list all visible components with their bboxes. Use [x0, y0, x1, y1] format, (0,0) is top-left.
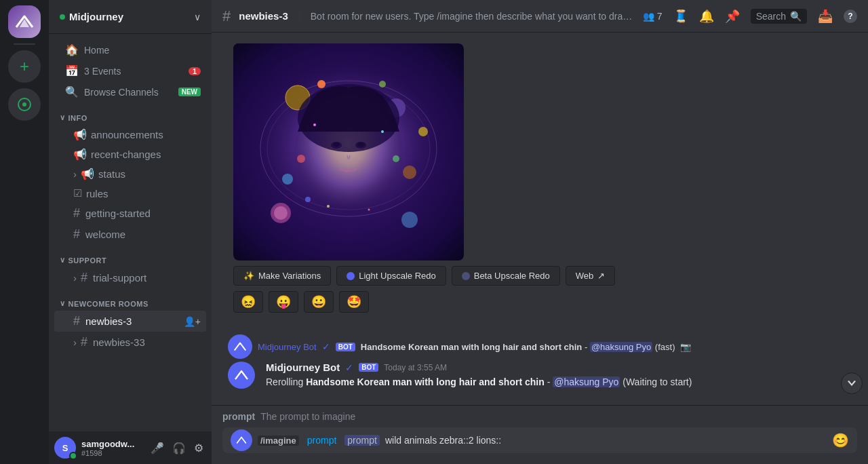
channel-topic: Bot room for new users. Type /imagine th… [311, 11, 635, 22]
channel-header: # newbies-3 Bot room for new users. Type… [212, 0, 868, 33]
ref-verified-icon: ✓ [322, 341, 330, 352]
make-variations-label: Make Variations [258, 271, 321, 281]
make-variations-button[interactable]: ✨ Make Variations [233, 266, 331, 286]
reaction-tongue[interactable]: 😛 [269, 291, 298, 313]
channel-announcements[interactable]: 📢 announcements [54, 125, 206, 144]
add-server-button[interactable]: + [8, 50, 41, 83]
emoji-button[interactable]: 😊 [829, 429, 852, 451]
home-label: Home [84, 45, 109, 56]
sidebar-item-browse[interactable]: 🔍 Browse Channels NEW [54, 81, 206, 102]
server-dropdown-icon: ∨ [194, 12, 201, 22]
command-label: prompt [307, 435, 337, 446]
prompt-bar-label: prompt [222, 411, 255, 422]
online-indicator [60, 14, 65, 20]
channel-header-hash-icon: # [222, 7, 231, 25]
svg-point-23 [313, 123, 316, 126]
sidebar-item-events[interactable]: 📅 3 Events 1 [54, 60, 206, 81]
pin-icon[interactable]: 📌 [725, 9, 740, 24]
thread-icon[interactable]: 🧵 [673, 9, 688, 24]
make-variations-icon: ✨ [243, 271, 254, 281]
main-content: # newbies-3 Bot room for new users. Type… [212, 0, 868, 464]
spacer [222, 400, 857, 405]
reaction-sad[interactable]: 😖 [233, 291, 263, 313]
help-icon[interactable]: ? [844, 9, 857, 23]
message-main-header: Midjourney Bot ✓ BOT Today at 3:55 AM [266, 362, 857, 373]
rules-icon: ☑ [73, 187, 82, 199]
inbox-icon[interactable]: 📥 [818, 9, 833, 24]
deafen-button[interactable]: 🎧 [170, 439, 189, 457]
notification-icon[interactable]: 🔔 [699, 9, 714, 24]
message-image-container [233, 43, 477, 260]
svg-point-11 [317, 80, 326, 88]
chat-input-field[interactable] [385, 427, 824, 453]
input-bot-avatar [231, 429, 252, 451]
reaction-star-eyes[interactable]: 🤩 [339, 291, 369, 313]
light-upscale-icon [347, 272, 355, 280]
message-group-main: Midjourney Bot ✓ BOT Today at 3:55 AM Re… [228, 362, 857, 389]
category-chevron-newcomer: ∨ [60, 299, 66, 308]
channel-welcome[interactable]: # welcome [54, 224, 206, 245]
status-expand-icon: › [73, 168, 77, 180]
messages-area: ✨ Make Variations Light Upscale Redo Bet… [212, 33, 868, 405]
svg-point-15 [274, 206, 288, 220]
events-icon: 📅 [65, 64, 79, 77]
message-group-1: ✨ Make Variations Light Upscale Redo Bet… [228, 43, 857, 318]
expand-icon-n33: › [73, 336, 77, 348]
svg-point-12 [379, 81, 386, 88]
server-divider [14, 43, 35, 45]
home-icon: 🏠 [65, 43, 79, 56]
channel-getting-started[interactable]: # getting-started [54, 203, 206, 224]
channel-recent-changes-label: recent-changes [91, 149, 161, 160]
category-support[interactable]: ∨ SUPPORT [49, 245, 212, 267]
user-area: S samgoodw... #1598 🎤 🎧 ⚙ [49, 431, 212, 464]
channel-recent-changes[interactable]: 📢 recent-changes [54, 144, 206, 164]
search-box[interactable]: Search 🔍 [751, 9, 807, 24]
category-chevron-support: ∨ [60, 256, 66, 265]
reroll-status: (Waiting to start) [623, 376, 692, 387]
category-info[interactable]: ∨ INFO [49, 102, 212, 125]
channel-welcome-label: welcome [85, 229, 125, 240]
channel-header-name: newbies-3 [239, 10, 288, 22]
svg-point-25 [327, 205, 330, 208]
announce-icon: 📢 [73, 128, 87, 141]
channel-rules[interactable]: ☑ rules [54, 184, 206, 203]
mute-button[interactable]: 🎤 [148, 439, 167, 457]
search-icon: 🔍 [790, 11, 802, 22]
beta-upscale-label: Beta Upscale Redo [474, 271, 550, 281]
browse-label: Browse Channels [84, 87, 159, 98]
server-icon-midjourney[interactable] [8, 5, 41, 38]
hash-icon-n33: # [81, 335, 87, 349]
server-header[interactable]: Midjourney ∨ [49, 0, 212, 34]
expand-icon-ts: › [73, 272, 77, 284]
add-member-icon[interactable]: 👤+ [184, 316, 201, 327]
beta-upscale-redo-button[interactable]: Beta Upscale Redo [452, 266, 560, 286]
channel-trial-support[interactable]: › # trial-support [54, 267, 206, 288]
svg-point-29 [305, 197, 311, 202]
search-placeholder: Search [756, 11, 786, 22]
reroll-dash: - [547, 376, 553, 387]
user-name: samgoodw... [81, 439, 142, 449]
svg-point-27 [297, 155, 305, 163]
discover-servers-button[interactable] [8, 88, 41, 121]
channel-status[interactable]: › 📢 status [54, 164, 206, 184]
light-upscale-redo-button[interactable]: Light Upscale Redo [336, 266, 446, 286]
ref-message-text: Handsome Korean man with long hair and s… [361, 342, 675, 352]
message-time-main: Today at 3:55 AM [384, 363, 447, 372]
channel-newbies-33-label: newbies-33 [93, 336, 145, 348]
category-newcomer[interactable]: ∨ NEWCOMER ROOMS [49, 288, 212, 311]
member-count: 👥 7 [643, 11, 663, 22]
channel-newbies-3[interactable]: # newbies-3 👤+ [54, 311, 206, 332]
user-tag: #1598 [81, 449, 142, 457]
reaction-grin[interactable]: 😀 [304, 291, 334, 313]
ref-bot-badge: BOT [336, 343, 355, 351]
channel-newbies-33[interactable]: › # newbies-33 [54, 332, 206, 353]
reactions-row: 😖 😛 😀 🤩 [233, 291, 857, 313]
scroll-bottom-button[interactable] [841, 372, 863, 394]
chat-input-area: /imagine prompt prompt 😊 [212, 427, 868, 464]
message-author-main[interactable]: Midjourney Bot [266, 362, 340, 373]
reroll-subject: Handsome Korean man with long hair and s… [306, 376, 545, 387]
web-button[interactable]: Web ↗ [566, 266, 616, 286]
settings-button[interactable]: ⚙ [191, 439, 206, 457]
svg-point-1 [22, 102, 26, 107]
sidebar-item-home[interactable]: 🏠 Home [54, 39, 206, 60]
